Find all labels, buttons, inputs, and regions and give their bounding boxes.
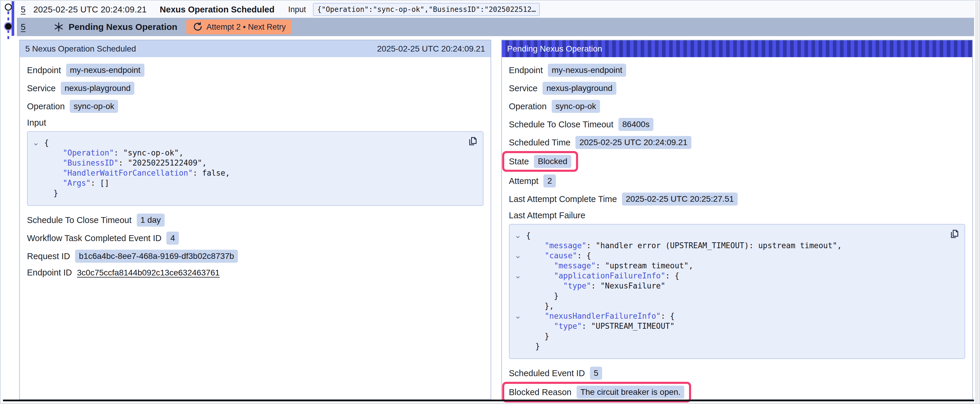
event-rows: 5 2025-02-25 UTC 20:24:09.21 Nexus Opera… [17, 1, 974, 36]
json-text [526, 281, 563, 290]
json-text: : [591, 281, 600, 290]
event-input-preview-chip: {"Operation":"sync-op-ok","BusinessID":"… [313, 3, 540, 16]
field-row: Blocked ReasonThe circuit breaker is ope… [509, 385, 966, 400]
json-text [526, 261, 554, 270]
retry-badge-label: Attempt 2 • Next Retry [207, 22, 286, 32]
code-line: }, [512, 301, 959, 311]
json-text: : [586, 241, 596, 250]
json-text: } [44, 189, 58, 198]
scrollbar[interactable] [975, 1, 979, 403]
pending-operation-title: Pending Nexus Operation [68, 22, 177, 32]
json-key: "Operation" [63, 148, 114, 157]
event-timestamp: 2025-02-25 UTC 20:24:09.21 [33, 5, 146, 14]
json-code: { "Operation": "sync-op-ok", "BusinessID… [30, 138, 477, 198]
timeline-node-open-icon[interactable] [5, 3, 12, 11]
pending-panel-title: Pending Nexus Operation [507, 44, 602, 54]
timeline-node-current-icon[interactable] [5, 23, 11, 30]
json-key: "type" [563, 281, 591, 290]
field-list: Scheduled Event ID5Blocked ReasonThe cir… [509, 367, 966, 400]
failure-section-label: Last Attempt Failure [509, 211, 966, 220]
json-key: "BusinessID" [63, 158, 119, 167]
code-line: "nexusHandlerFailureInfo": { [512, 311, 959, 321]
field-value-badge: 2025-02-25 UTC 20:25:27.51 [622, 193, 738, 206]
event-detail-panel-pending: Pending Nexus Operation Endpointmy-nexus… [501, 40, 973, 400]
json-text: , [837, 241, 842, 250]
field-value-badge: The circuit breaker is open. [577, 386, 684, 399]
code-line: "BusinessID": "20250225122409", [30, 158, 477, 168]
code-line: { [30, 138, 477, 148]
scheduled-panel-timestamp: 2025-02-25 UTC 20:24:09.21 [377, 44, 485, 54]
event-row-nexus-operation-scheduled[interactable]: 5 2025-02-25 UTC 20:24:09.21 Nexus Opera… [17, 1, 974, 18]
json-text [44, 148, 63, 157]
field-row: Endpointmy-nexus-endpoint [27, 64, 484, 77]
field-value-badge: 1 day [137, 214, 165, 227]
field-value-badge: b1c6a4bc-8ee7-468a-9169-df3b02c8737b [75, 250, 238, 263]
group-bottom-border [3, 399, 974, 401]
event-id-link[interactable]: 5 [21, 5, 25, 14]
json-text: "20250225122409" [128, 158, 202, 167]
field-row-inner: Attempt2 [509, 174, 556, 187]
field-row-inner: Endpointmy-nexus-endpoint [27, 64, 145, 77]
json-text: , [202, 158, 207, 167]
field-value-link[interactable]: 3c0c75ccfa8144b092c13ce632463761 [77, 268, 220, 277]
event-row-pending-nexus-operation[interactable]: 5 Pending Nexus Operation Attempt 2 • Ne… [17, 18, 974, 36]
json-text [44, 168, 63, 177]
json-key: "HandlerWaitForCancellation" [63, 168, 193, 177]
json-text: } [526, 292, 559, 300]
code-line: "cause": { [512, 250, 959, 261]
event-detail-panel-scheduled: 5 Nexus Operation Scheduled 2025-02-25 U… [19, 40, 491, 400]
json-key: "message" [544, 241, 586, 250]
json-text: : { [577, 251, 591, 260]
field-row: Workflow Task Completed Event ID4 [27, 231, 484, 245]
code-line: } [30, 188, 477, 198]
field-label: Service [27, 84, 56, 93]
field-list: Endpointmy-nexus-endpointServicenexus-pl… [27, 64, 484, 113]
field-row: Request IDb1c6a4bc-8ee7-468a-9169-df3b02… [27, 250, 484, 263]
field-list: Endpointmy-nexus-endpointServicenexus-pl… [509, 64, 966, 206]
field-value-badge: sync-op-ok [70, 100, 118, 113]
json-key: "message" [554, 261, 596, 270]
field-label: Endpoint [509, 65, 543, 75]
code-line: "message": "handler error (UPSTREAM_TIME… [512, 241, 959, 250]
scheduled-panel-title: 5 Nexus Operation Scheduled [25, 44, 136, 54]
json-text: : { [660, 312, 675, 320]
event-id-link[interactable]: 5 [21, 22, 25, 32]
field-label: Service [509, 84, 538, 93]
field-row-inner: Workflow Task Completed Event ID4 [27, 231, 179, 245]
json-text [526, 271, 554, 280]
field-row-inner: Schedule To Close Timeout1 day [27, 214, 165, 227]
input-section-label: Input [27, 118, 484, 128]
field-row-inner: Operationsync-op-ok [509, 100, 600, 113]
code-line: "type": "NexusFailure" [512, 281, 959, 291]
field-row-inner: Request IDb1c6a4bc-8ee7-468a-9169-df3b02… [27, 250, 238, 263]
input-json-viewer: { "Operation": "sync-op-ok", "BusinessID… [27, 131, 484, 206]
field-row-inner: Operationsync-op-ok [27, 100, 118, 113]
field-row-inner: Scheduled Event ID5 [509, 367, 602, 380]
field-label: Scheduled Time [509, 138, 571, 147]
json-text: , [226, 168, 230, 177]
selected-event-indicator [11, 1, 14, 36]
field-value-badge: 86400s [619, 118, 654, 131]
field-row: Schedule To Close Timeout1 day [27, 214, 484, 227]
json-text [526, 312, 545, 320]
json-text: [] [100, 179, 109, 187]
field-label: Endpoint [27, 65, 61, 75]
pending-asterisk-icon [54, 22, 64, 32]
event-detail-panels: 5 Nexus Operation Scheduled 2025-02-25 U… [19, 40, 973, 400]
code-line: "HandlerWaitForCancellation": false, [30, 168, 477, 178]
failure-json-viewer: { "message": "handler error (UPSTREAM_TI… [509, 224, 966, 359]
json-text: : { [665, 271, 679, 280]
field-row: StateBlocked [509, 154, 966, 170]
field-label: Attempt [509, 176, 539, 186]
field-value-badge: nexus-playground [61, 82, 135, 95]
field-row: Servicenexus-playground [509, 82, 966, 95]
code-line: "type": "UPSTREAM_TIMEOUT" [512, 321, 959, 331]
json-text: , [689, 261, 693, 270]
field-label: Workflow Task Completed Event ID [27, 233, 161, 243]
field-value-badge: sync-op-ok [552, 100, 600, 113]
event-input-label: Input [288, 5, 306, 14]
json-text: "handler error (UPSTREAM_TIMEOUT): upstr… [596, 241, 837, 250]
json-text: } [526, 332, 549, 341]
field-label: Schedule To Close Timeout [27, 215, 132, 225]
pending-panel-header: Pending Nexus Operation [502, 40, 973, 57]
